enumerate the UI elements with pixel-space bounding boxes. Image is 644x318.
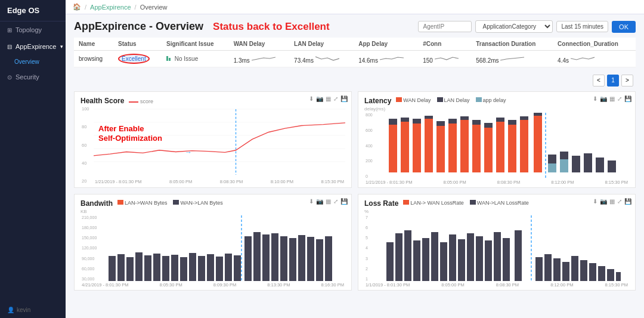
save-icon[interactable]: 💾 — [624, 198, 631, 205]
svg-rect-24 — [484, 123, 493, 128]
page-header: AppExpirence - Overview Status back to E… — [74, 20, 636, 33]
expand-icon[interactable]: ⤢ — [333, 95, 338, 102]
svg-rect-40 — [608, 160, 616, 172]
svg-rect-11 — [413, 124, 421, 172]
svg-rect-18 — [448, 119, 457, 124]
svg-rect-56 — [234, 255, 241, 281]
svg-rect-47 — [153, 254, 160, 281]
bar-chart-icon[interactable]: ▦ — [609, 198, 615, 205]
expand-icon[interactable]: ⤢ — [333, 198, 338, 205]
lan-sparkline — [315, 54, 339, 63]
loss-rate-y-label: % — [364, 209, 629, 214]
conn-dur-sparkline — [571, 54, 595, 63]
download-icon[interactable]: ⬇ — [309, 95, 314, 102]
expand-icon[interactable]: ⤢ — [617, 198, 622, 205]
breadcrumb-page: Overview — [140, 4, 168, 11]
camera-icon[interactable]: 📷 — [600, 95, 607, 102]
svg-rect-32 — [534, 113, 542, 116]
svg-rect-30 — [520, 116, 528, 120]
camera-icon[interactable]: 📷 — [600, 198, 607, 205]
bandwidth-svg — [104, 215, 345, 281]
svg-rect-15 — [436, 126, 445, 172]
sub-item-label: Overview — [14, 58, 39, 65]
chevron-icon: ▾ — [60, 44, 63, 50]
svg-rect-59 — [262, 234, 270, 281]
expand-icon[interactable]: ⤢ — [617, 95, 622, 102]
bar-chart-icon[interactable]: ▦ — [609, 95, 615, 102]
svg-rect-26 — [496, 118, 504, 122]
svg-rect-39 — [596, 158, 604, 172]
main-area: 🏠 / AppExpirence / Overview AppExpirence… — [66, 0, 644, 318]
txn-sparkline — [500, 54, 524, 63]
sidebar-subitem-overview[interactable]: Overview — [0, 55, 66, 69]
agent-ip-input[interactable] — [418, 21, 472, 32]
home-icon[interactable]: 🏠 — [73, 3, 81, 11]
svg-rect-62 — [289, 238, 296, 281]
cell-connection-duration: 4.4s — [553, 51, 636, 67]
col-transaction-duration: Transaction Duration — [471, 38, 553, 51]
svg-rect-25 — [496, 122, 504, 172]
page-1-button[interactable]: 1 — [607, 75, 619, 87]
health-score-title: Health Score — [80, 97, 124, 105]
svg-rect-83 — [535, 257, 543, 281]
col-status: Status — [113, 38, 162, 51]
camera-icon[interactable]: 📷 — [316, 95, 323, 102]
ok-button[interactable]: OK — [612, 21, 636, 33]
next-page-button[interactable]: > — [621, 75, 633, 87]
svg-rect-71 — [413, 240, 420, 281]
sidebar-item-topology[interactable]: ⊞ Topology — [0, 21, 66, 38]
sidebar-item-label: Security — [16, 73, 39, 81]
latency-x-labels: 1/21/2019 - 8:01:30 PM 8:05:00 PM 8:08:3… — [364, 180, 629, 185]
save-icon[interactable]: 💾 — [340, 95, 348, 102]
y-axis-labels: 10080604020 — [82, 106, 89, 184]
latency-y-label: delay(ms) — [364, 106, 629, 112]
table-header-row: Name Status Significant Issue WAN Delay … — [74, 38, 636, 51]
svg-rect-20 — [460, 116, 469, 120]
app-category-select[interactable]: ApplicationCategory — [475, 20, 553, 33]
chart-toolbar: ⬇ 📷 ▦ ⤢ 💾 — [309, 95, 348, 102]
breadcrumb-app[interactable]: AppExpirence — [90, 4, 131, 11]
svg-rect-76 — [458, 239, 465, 281]
annotation-arrow: → — [185, 148, 192, 156]
svg-rect-46 — [144, 255, 151, 281]
svg-rect-38 — [584, 153, 592, 172]
svg-rect-34 — [548, 163, 556, 172]
save-icon[interactable]: 💾 — [340, 198, 348, 205]
header-controls: ApplicationCategory Last 15 minutes OK — [418, 20, 636, 33]
sidebar-item-appexpirence[interactable]: ⊟ AppExpirence ▾ — [0, 38, 66, 55]
cell-transaction-duration: 568.2ms — [471, 51, 553, 67]
svg-rect-37 — [572, 156, 580, 172]
wan-delay-legend-icon — [396, 97, 402, 102]
latency-panel: Latency WAN Delay LAN Delay app delay ⬇ … — [358, 91, 636, 188]
col-lan-delay: LAN Delay — [289, 38, 354, 51]
latency-bars: 8006004002000 — [364, 113, 629, 178]
app-icon: ⊟ — [7, 44, 12, 50]
save-icon[interactable]: 💾 — [624, 95, 631, 102]
cell-significant-issue: No Issue — [162, 51, 229, 67]
download-icon[interactable]: ⬇ — [309, 198, 314, 205]
score-legend-label: score — [140, 98, 153, 104]
loss-rate-x-labels: 1/1/2019 - 8:01:30 PM 8:05:00 PM 8:08:30… — [364, 282, 629, 288]
download-icon[interactable]: ⬇ — [593, 95, 597, 102]
svg-rect-61 — [280, 236, 287, 281]
svg-rect-44 — [126, 257, 134, 281]
prev-page-button[interactable]: < — [593, 75, 605, 87]
time-range-display[interactable]: Last 15 minutes — [556, 21, 608, 32]
svg-rect-9 — [401, 122, 409, 172]
app-table: Name Status Significant Issue WAN Delay … — [74, 38, 636, 67]
sidebar-item-security[interactable]: ⊙ Security — [0, 69, 66, 85]
bar-chart-icon[interactable]: ▦ — [326, 198, 331, 205]
camera-icon[interactable]: 📷 — [316, 198, 323, 205]
wan-lan-bytes-legend-icon — [173, 200, 179, 205]
lan-delay-legend-icon — [437, 97, 443, 102]
svg-rect-16 — [436, 121, 445, 126]
svg-rect-92 — [616, 272, 621, 281]
sidebar-item-label: AppExpirence — [16, 43, 57, 50]
col-connection-duration: Connection_Duration — [553, 38, 636, 51]
loss-rate-chart-toolbar: ⬇ 📷 ▦ ⤢ 💾 — [593, 198, 631, 205]
svg-rect-48 — [162, 256, 169, 281]
cell-conn: 150 — [418, 51, 471, 67]
svg-rect-29 — [520, 120, 528, 172]
download-icon[interactable]: ⬇ — [593, 198, 597, 205]
bar-chart-icon[interactable]: ▦ — [326, 95, 331, 102]
